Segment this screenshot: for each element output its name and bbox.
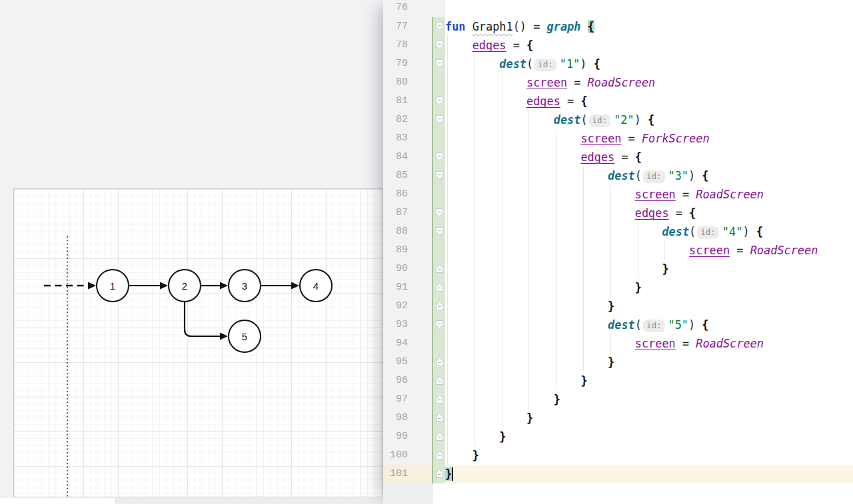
token-br: { bbox=[648, 113, 654, 126]
token-br: { bbox=[702, 169, 708, 182]
line-number[interactable]: 98 bbox=[383, 409, 432, 427]
change-marker-band bbox=[432, 185, 445, 204]
line-number[interactable]: 89 bbox=[383, 241, 432, 260]
line-number[interactable]: 81 bbox=[383, 92, 432, 111]
graph-edge-2-5[interactable] bbox=[185, 302, 221, 336]
line-number[interactable]: 92 bbox=[383, 297, 432, 316]
change-marker-band bbox=[432, 353, 445, 372]
fold-toggle-icon[interactable] bbox=[435, 431, 444, 441]
code-text[interactable]: edges = { bbox=[445, 204, 853, 222]
code-line: 81 edges = { bbox=[383, 92, 853, 111]
line-number[interactable]: 88 bbox=[383, 222, 432, 241]
code-text[interactable]: screen = RoadScreen bbox=[445, 185, 853, 204]
line-number[interactable]: 84 bbox=[383, 148, 432, 166]
fold-toggle-icon[interactable] bbox=[435, 264, 444, 274]
code-line: 89 screen = RoadScreen bbox=[383, 241, 853, 260]
fold-toggle-icon[interactable] bbox=[435, 469, 444, 479]
token-br: } bbox=[472, 449, 479, 462]
code-text[interactable]: screen = RoadScreen bbox=[445, 241, 853, 260]
code-text[interactable]: } bbox=[445, 446, 853, 465]
fold-toggle-icon[interactable] bbox=[435, 21, 444, 31]
token-obj: RoadScreen bbox=[696, 188, 764, 201]
code-text[interactable]: dest(id:"3") { bbox=[445, 166, 853, 185]
code-line: 79 dest(id:"1") { bbox=[383, 55, 853, 73]
fold-toggle-icon[interactable] bbox=[435, 115, 444, 125]
fold-toggle-icon[interactable] bbox=[435, 170, 444, 180]
code-text[interactable]: } bbox=[445, 260, 853, 278]
fold-toggle-icon[interactable] bbox=[435, 450, 444, 460]
line-number[interactable]: 99 bbox=[383, 427, 432, 446]
code-text[interactable]: } bbox=[445, 353, 853, 372]
code-text[interactable]: screen = RoadScreen bbox=[445, 334, 853, 353]
grid-canvas[interactable]: 12345 bbox=[13, 188, 383, 497]
line-number[interactable]: 90 bbox=[383, 260, 432, 278]
line-number[interactable]: 76 bbox=[383, 0, 432, 17]
change-marker-band bbox=[432, 148, 445, 166]
code-line: 88 dest(id:"4") { bbox=[383, 222, 853, 241]
code-text[interactable]: dest(id:"4") { bbox=[445, 222, 853, 241]
fold-toggle-icon[interactable] bbox=[435, 226, 444, 236]
token-bhl: } bbox=[445, 467, 452, 481]
code-text[interactable]: } bbox=[445, 409, 853, 427]
change-marker-band bbox=[432, 55, 445, 73]
code-text[interactable]: } bbox=[445, 390, 853, 409]
change-marker-band bbox=[432, 166, 445, 185]
fold-toggle-icon[interactable] bbox=[435, 301, 444, 311]
fold-toggle-icon[interactable] bbox=[435, 96, 444, 106]
line-number[interactable]: 79 bbox=[383, 55, 432, 73]
fold-toggle-icon[interactable] bbox=[435, 152, 444, 162]
code-text[interactable]: dest(id:"1") { bbox=[445, 55, 853, 73]
line-number[interactable]: 87 bbox=[383, 204, 432, 222]
line-number[interactable]: 82 bbox=[383, 111, 432, 129]
fold-toggle-icon[interactable] bbox=[435, 320, 444, 330]
token-obj: RoadScreen bbox=[696, 337, 764, 350]
token-br: { bbox=[702, 318, 708, 332]
fold-toggle-icon[interactable] bbox=[435, 413, 444, 423]
code-text[interactable]: } bbox=[445, 372, 853, 390]
code-text[interactable]: screen = RoadScreen bbox=[445, 73, 853, 92]
fold-toggle-icon[interactable] bbox=[435, 357, 444, 367]
code-text[interactable]: fun Graph1() = graph { bbox=[445, 17, 853, 36]
code-text[interactable]: edges = { bbox=[445, 36, 853, 55]
line-number[interactable]: 96 bbox=[383, 372, 432, 390]
line-number[interactable]: 77 bbox=[383, 17, 432, 36]
fold-toggle-icon[interactable] bbox=[435, 40, 444, 50]
fold-toggle-icon[interactable] bbox=[435, 376, 444, 385]
fold-toggle-icon[interactable] bbox=[435, 394, 444, 404]
line-number[interactable]: 91 bbox=[383, 278, 432, 297]
line-number[interactable]: 86 bbox=[383, 185, 432, 204]
code-editor[interactable]: 7677 fun Graph1() = graph {78 edges = {7… bbox=[383, 0, 853, 504]
code-text[interactable]: edges = { bbox=[445, 148, 853, 166]
line-number[interactable]: 93 bbox=[383, 316, 432, 334]
line-number[interactable]: 78 bbox=[383, 36, 432, 55]
line-number[interactable]: 101 bbox=[383, 465, 432, 483]
change-marker-band bbox=[432, 222, 445, 241]
token-br: } bbox=[662, 262, 668, 276]
code-text[interactable]: dest(id:"2") { bbox=[445, 111, 853, 129]
canvas-page-tab[interactable] bbox=[0, 498, 115, 504]
gutter-band bbox=[432, 0, 445, 17]
line-number[interactable]: 83 bbox=[383, 129, 432, 148]
line-number[interactable]: 94 bbox=[383, 334, 432, 353]
code-text[interactable] bbox=[445, 0, 853, 17]
code-text[interactable]: } bbox=[445, 278, 853, 297]
code-text[interactable]: screen = ForkScreen bbox=[445, 129, 853, 148]
fold-toggle-icon[interactable] bbox=[435, 282, 444, 292]
line-number[interactable]: 80 bbox=[383, 73, 432, 92]
code-text[interactable]: } bbox=[445, 297, 853, 316]
fold-toggle-icon[interactable] bbox=[435, 208, 444, 218]
code-text[interactable]: } bbox=[445, 465, 853, 483]
token-pl: = bbox=[506, 39, 527, 52]
fold-toggle-icon[interactable] bbox=[435, 59, 444, 69]
code-text[interactable]: edges = { bbox=[445, 92, 853, 111]
code-text[interactable]: dest(id:"5") { bbox=[445, 316, 853, 334]
code-line: 99 } bbox=[383, 427, 853, 446]
change-marker-band bbox=[432, 260, 445, 278]
token-pl: = bbox=[621, 132, 642, 145]
code-text[interactable]: } bbox=[445, 427, 853, 446]
token-prop: edges bbox=[472, 39, 506, 52]
line-number[interactable]: 85 bbox=[383, 166, 432, 185]
line-number[interactable]: 95 bbox=[383, 353, 432, 372]
line-number[interactable]: 97 bbox=[383, 390, 432, 409]
line-number[interactable]: 100 bbox=[383, 446, 432, 465]
